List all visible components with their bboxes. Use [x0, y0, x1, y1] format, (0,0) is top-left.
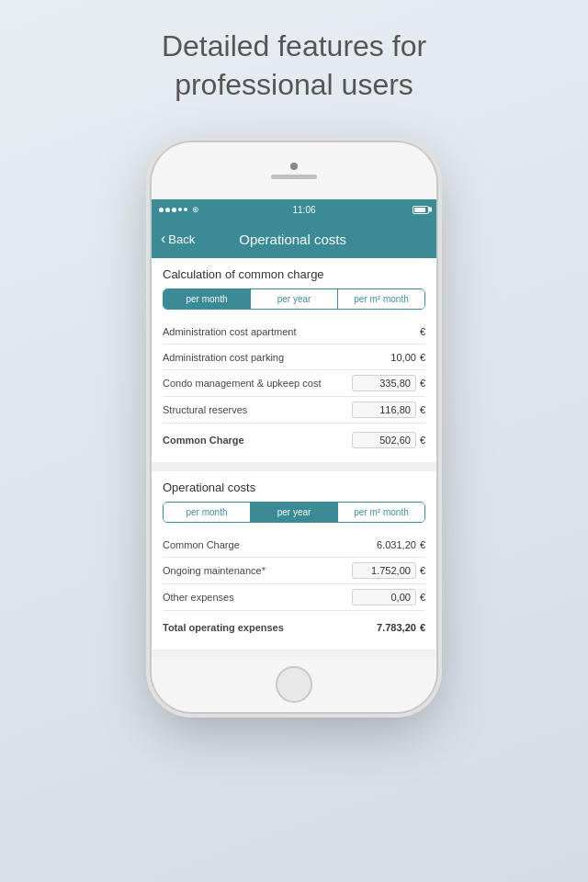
- currency-symbol: €: [420, 592, 425, 603]
- phone-shell: ⊛ 11:06 ‹ Back Operational costs Calcula…: [152, 142, 436, 712]
- tab-per-m2-month-2[interactable]: per m² month: [338, 503, 424, 522]
- back-label: Back: [168, 232, 195, 246]
- section-operational-costs: Operational costs per month per year per…: [152, 471, 436, 650]
- currency-symbol: €: [420, 326, 425, 337]
- nav-title: Operational costs: [195, 232, 390, 247]
- row-label: Ongoing maintenance*: [163, 565, 352, 576]
- row-structural-reserves: Structural reserves 116,80 €: [163, 397, 425, 424]
- row-label: Administration cost parking: [163, 352, 390, 363]
- chevron-left-icon: ‹: [161, 231, 165, 247]
- row-label: Common Charge: [163, 539, 377, 550]
- common-charge-total-input[interactable]: 502,60: [352, 432, 416, 448]
- phone-bottom: [152, 657, 436, 712]
- back-button[interactable]: ‹ Back: [161, 231, 195, 247]
- scroll-content[interactable]: Calculation of common charge per month p…: [152, 258, 436, 657]
- status-bar: ⊛ 11:06: [152, 199, 436, 220]
- battery-area: [409, 206, 429, 214]
- currency-symbol: €: [420, 352, 425, 363]
- section1-title: Calculation of common charge: [163, 267, 425, 281]
- row-label: Structural reserves: [163, 404, 352, 415]
- row-other-expenses: Other expenses 0,00 €: [163, 584, 425, 611]
- phone-top: [152, 142, 436, 199]
- currency-symbol: €: [420, 404, 425, 415]
- speaker-bar: [271, 175, 317, 179]
- other-expenses-input[interactable]: 0,00: [352, 589, 416, 605]
- nav-bar: ‹ Back Operational costs: [152, 220, 436, 258]
- tab-per-m2-month-1[interactable]: per m² month: [338, 289, 424, 309]
- row-total-operating: Total operating expenses 7.783,20 €: [163, 615, 425, 640]
- currency-symbol: €: [420, 539, 425, 550]
- row-admin-apartment: Administration cost apartment €: [163, 319, 425, 345]
- status-time: 11:06: [292, 205, 315, 215]
- row-value: 6.031,20: [377, 539, 416, 550]
- row-label: Administration cost apartment: [163, 326, 420, 337]
- row-label: Common Charge: [163, 435, 352, 446]
- currency-symbol: €: [420, 435, 425, 446]
- row-common-charge-2: Common Charge 6.031,20 €: [163, 532, 425, 558]
- row-common-charge-total: Common Charge 502,60 €: [163, 427, 425, 453]
- condo-value-input[interactable]: 335,80: [352, 375, 416, 391]
- row-value: 10,00: [390, 352, 416, 363]
- tab-per-month-2[interactable]: per month: [164, 503, 251, 522]
- row-label: Condo management & upkeep cost: [163, 378, 352, 389]
- headline: Detailed features for professional users: [0, 28, 588, 104]
- row-condo-management: Condo management & upkeep cost 335,80 €: [163, 370, 425, 397]
- currency-symbol: €: [420, 378, 425, 389]
- section2-title: Operational costs: [163, 481, 425, 494]
- camera-dot: [290, 163, 298, 170]
- wifi-icon: ⊛: [192, 205, 199, 214]
- signal-dots: ⊛: [159, 205, 199, 214]
- ongoing-maint-input[interactable]: 1.752,00: [352, 562, 416, 579]
- tab-per-year-1[interactable]: per year: [251, 289, 338, 309]
- section-common-charge: Calculation of common charge per month p…: [152, 258, 436, 462]
- currency-symbol: €: [420, 622, 425, 633]
- total-operating-value: 7.783,20: [377, 622, 416, 633]
- structural-value-input[interactable]: 116,80: [352, 401, 416, 418]
- tab-per-year-2[interactable]: per year: [251, 503, 338, 522]
- row-label: Other expenses: [163, 592, 352, 603]
- row-admin-parking: Administration cost parking 10,00 €: [163, 345, 425, 370]
- section1-tab-group: per month per year per m² month: [163, 288, 425, 310]
- battery-icon: [413, 206, 429, 214]
- row-label: Total operating expenses: [163, 622, 377, 633]
- home-button[interactable]: [276, 666, 312, 703]
- currency-symbol: €: [420, 565, 425, 576]
- phone-screen: ⊛ 11:06 ‹ Back Operational costs Calcula…: [152, 199, 436, 657]
- row-ongoing-maintenance: Ongoing maintenance* 1.752,00 €: [163, 558, 425, 584]
- section2-tab-group: per month per year per m² month: [163, 502, 425, 523]
- tab-per-month-1[interactable]: per month: [164, 289, 251, 309]
